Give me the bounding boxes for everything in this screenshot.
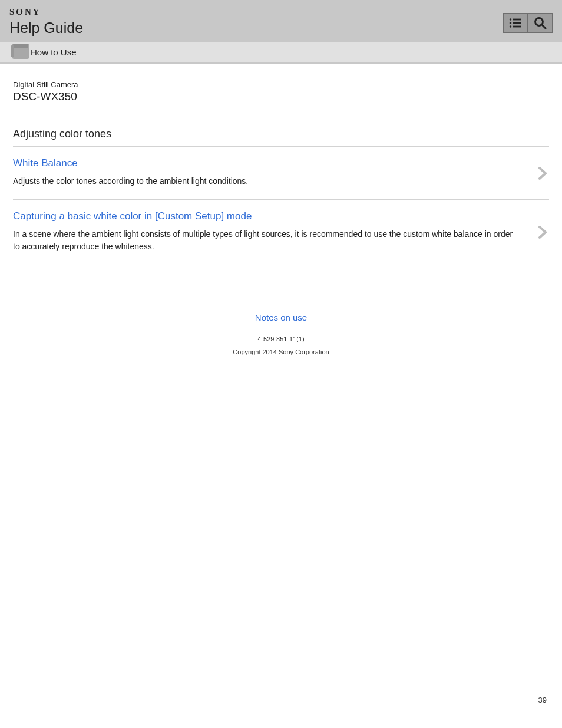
search-icon	[534, 17, 547, 29]
header-icons	[503, 13, 553, 33]
svg-line-7	[542, 25, 546, 28]
footer-copyright: Copyright 2014 Sony Corporation	[13, 348, 549, 355]
notes-on-use-link[interactable]: Notes on use	[13, 312, 549, 322]
search-button[interactable]	[528, 13, 553, 33]
svg-point-0	[510, 18, 512, 21]
footer-code: 4-529-851-11(1)	[13, 335, 549, 342]
article-item[interactable]: White Balance Adjusts the color tones ac…	[13, 147, 549, 200]
product-category: Digital Still Camera	[13, 80, 549, 89]
book-badge-icon	[9, 44, 32, 61]
article-link[interactable]: White Balance	[13, 157, 549, 169]
chevron-right-icon	[538, 225, 548, 239]
svg-rect-1	[513, 19, 521, 21]
product-model: DSC-WX350	[13, 90, 549, 103]
content-area: Digital Still Camera DSC-WX350 Adjusting…	[0, 64, 562, 367]
article-item[interactable]: Capturing a basic white color in [Custom…	[13, 200, 549, 265]
section-title: Adjusting color tones	[13, 128, 549, 147]
svg-point-4	[510, 25, 512, 28]
header-bar: SONY Help Guide	[0, 0, 562, 42]
brand-logo: SONY	[9, 7, 553, 17]
article-description: In a scene where the ambient light consi…	[13, 228, 549, 253]
page-title: Help Guide	[9, 19, 553, 37]
svg-rect-3	[513, 22, 521, 24]
list-icon	[509, 18, 522, 28]
svg-rect-8	[11, 45, 14, 57]
menu-button[interactable]	[503, 13, 528, 33]
subheader-bar: How to Use	[0, 42, 562, 64]
chevron-right-icon	[538, 166, 548, 180]
svg-point-2	[510, 22, 512, 24]
svg-rect-5	[513, 26, 521, 28]
article-description: Adjusts the color tones according to the…	[13, 175, 549, 187]
footer: Notes on use 4-529-851-11(1) Copyright 2…	[13, 312, 549, 367]
article-link[interactable]: Capturing a basic white color in [Custom…	[13, 210, 549, 222]
subheader-label: How to Use	[31, 47, 77, 57]
